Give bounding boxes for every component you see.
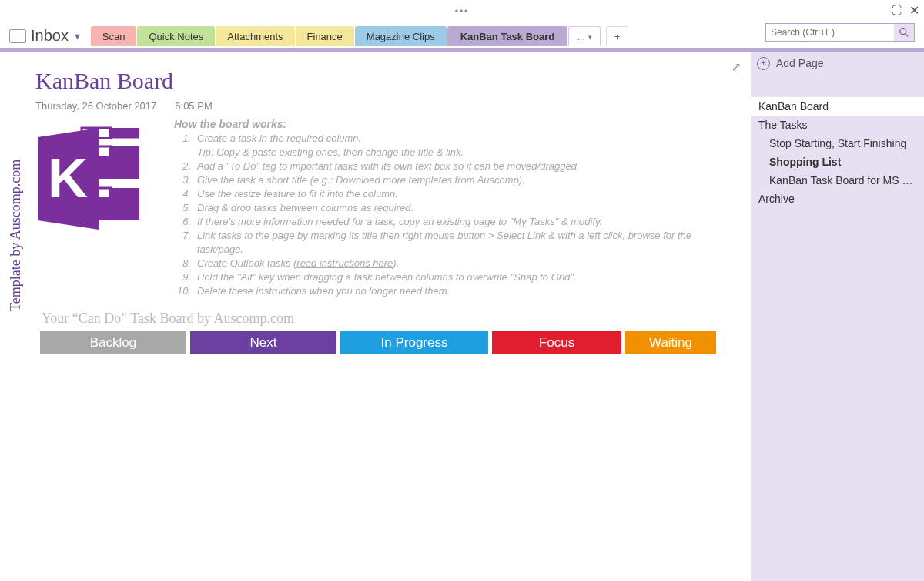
svg-line-1 [906,34,909,37]
tab-new[interactable]: + [606,26,629,46]
page-item-the-tasks[interactable]: The Tasks [751,116,924,134]
page-item-kanban-outlook[interactable]: KanBan Task Board for MS Outl [751,171,924,190]
expand-icon[interactable]: ⤢ [732,60,742,74]
page-date: Thursday, 26 October 2017 [35,100,156,112]
tab-finance[interactable]: Finance [296,26,354,46]
instructions-tip: Tip: Copy & paste existing ones, then ch… [174,146,735,160]
instructions-block[interactable]: How the board works: 1.Create a task in … [174,118,735,298]
col-head-waiting: Waiting [625,331,716,354]
col-head-focus: Focus [492,331,621,354]
fullscreen-icon[interactable]: ⛶ [892,5,902,16]
kanban-col-in-progress[interactable]: In Progress [340,331,488,354]
instructions-title: How the board works: [174,118,735,130]
tab-scan[interactable]: Scan [91,26,137,46]
notebook-label: Inbox [31,27,69,45]
page-item-stop-starting[interactable]: Stop Starting, Start Finishing [751,134,924,153]
page-time: 6:05 PM [175,100,212,112]
board-caption: Your “Can Do” Task Board by Auscomp.com [42,311,735,327]
tab-more[interactable]: ... ▾ [568,26,600,46]
search-input[interactable] [766,27,894,38]
tab-attachments[interactable]: Attachments [216,26,294,46]
notebook-selector[interactable]: Inbox ▼ [9,27,82,45]
read-instructions-link[interactable]: read instructions here [296,257,393,269]
kanban-board[interactable]: Backlog Next In Progress Focus Waiting [40,331,735,354]
search-box[interactable] [765,23,915,42]
kanban-col-waiting[interactable]: Waiting [625,331,716,354]
tab-kanban-task-board[interactable]: KanBan Task Board [447,26,568,46]
chevron-down-icon: ▼ [73,32,82,41]
svg-point-0 [900,29,906,35]
tab-quicknotes[interactable]: Quick Notes [137,26,215,46]
page-title[interactable]: KanBan Board [35,68,735,94]
template-credit: Template by Auscomp.com [8,110,24,311]
tab-magazine-clips[interactable]: Magazine Clips [355,26,447,46]
menu-dots-icon[interactable]: ••• [455,6,470,17]
plus-circle-icon: + [757,57,770,70]
svg-text:K: K [48,147,88,209]
page-panel: + Add Page KanBan Board The Tasks Stop S… [751,52,924,581]
col-head-backlog: Backlog [40,331,186,354]
kanban-col-backlog[interactable]: Backlog [40,331,186,354]
kanban-col-focus[interactable]: Focus [492,331,621,354]
page-item-archive[interactable]: Archive [751,190,924,208]
col-head-next: Next [190,331,336,354]
add-page-label: Add Page [776,57,824,69]
col-head-in-progress: In Progress [340,331,488,354]
onenote-logo-icon: K [35,121,151,237]
page-item-kanban-board[interactable]: KanBan Board [751,97,924,116]
add-page-button[interactable]: + Add Page [751,52,924,74]
notebook-icon [9,29,26,43]
page-item-shopping-list[interactable]: Shopping List [751,153,924,171]
kanban-col-next[interactable]: Next [190,331,336,354]
close-icon[interactable]: ✕ [909,3,919,18]
search-icon[interactable] [894,24,914,41]
